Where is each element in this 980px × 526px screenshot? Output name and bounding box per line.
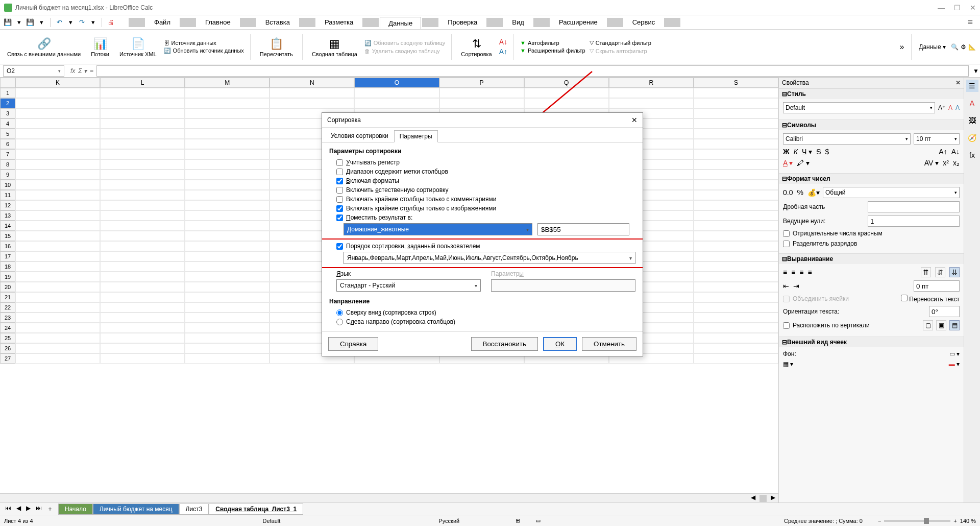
cell[interactable] (15, 292, 100, 302)
highlight-icon[interactable]: 🖍 ▾ (797, 159, 810, 167)
cancel-button[interactable]: Отменить (582, 337, 636, 351)
cell[interactable] (609, 98, 694, 108)
external-data-button[interactable]: 🔗 Связь с внешними данными (4, 37, 84, 57)
menu-layout[interactable]: Разметка (316, 16, 361, 28)
cell[interactable] (185, 200, 270, 210)
cell[interactable] (100, 282, 185, 292)
strikethrough-icon[interactable]: $ (825, 148, 829, 156)
row-header[interactable]: 6 (0, 139, 15, 149)
row-header[interactable]: 5 (0, 129, 15, 139)
row-header[interactable]: 27 (0, 353, 15, 364)
cell[interactable] (15, 118, 100, 129)
cell[interactable] (439, 98, 524, 108)
cell[interactable] (694, 98, 778, 108)
border-color-picker[interactable]: ▬ ▾ (949, 361, 960, 368)
sheet-tab[interactable]: Личный бюджет на месяц (93, 504, 179, 515)
indent-input[interactable] (914, 280, 960, 292)
cell[interactable] (185, 231, 270, 241)
cell[interactable] (694, 118, 778, 129)
cell[interactable] (185, 221, 270, 231)
dropdown-icon[interactable]: ▾ (14, 18, 23, 27)
zoom-out-icon[interactable]: − (878, 518, 881, 524)
row-header[interactable]: 14 (0, 221, 15, 231)
cell[interactable] (185, 302, 270, 313)
cell[interactable] (15, 180, 100, 190)
cell[interactable] (694, 170, 778, 180)
decimal-icon[interactable]: 0.0 (783, 188, 793, 197)
cell[interactable] (185, 343, 270, 353)
cell[interactable] (185, 129, 270, 139)
col-header[interactable]: P (439, 78, 524, 88)
undo-icon[interactable]: ↶ (55, 18, 64, 27)
standard-filter-button[interactable]: ▽Стандартный фильтр (590, 39, 651, 46)
cell[interactable] (185, 272, 270, 282)
cell[interactable] (100, 221, 185, 231)
sort-asc-button[interactable]: A↓ (499, 38, 507, 46)
cell[interactable] (15, 272, 100, 282)
sidebar-tab-properties[interactable]: ☰ (966, 80, 978, 92)
custom-order-checkbox[interactable] (336, 243, 343, 250)
menu-view[interactable]: Вид (504, 16, 532, 28)
cell[interactable] (694, 180, 778, 190)
cell[interactable] (694, 108, 778, 118)
menu-insert[interactable]: Вставка (257, 16, 298, 28)
sidebar-tab-styles[interactable]: A (966, 97, 978, 109)
cell[interactable] (15, 210, 100, 221)
formula-expand-icon[interactable]: ▼ (972, 67, 980, 75)
col-header[interactable]: N (270, 78, 354, 88)
last-sheet-icon[interactable]: ⏭ (34, 505, 44, 513)
col-header[interactable]: K (15, 78, 100, 88)
font-name-select[interactable]: Calibri (783, 133, 911, 145)
col-header[interactable]: M (185, 78, 270, 88)
neg-red-checkbox[interactable] (783, 230, 790, 237)
align-bottom-icon[interactable]: ⇊ (949, 267, 960, 277)
recalc-button[interactable]: 📋 Пересчитать (257, 37, 296, 57)
horizontal-scrollbar[interactable]: ◀▶ (0, 493, 778, 503)
cell[interactable] (100, 353, 185, 364)
cell[interactable] (694, 261, 778, 272)
font-size-select[interactable]: 10 пт (914, 133, 960, 145)
merge-checkbox[interactable] (783, 296, 790, 302)
dropdown-icon[interactable]: ▾ (37, 18, 46, 27)
cell[interactable] (15, 200, 100, 210)
streams-button[interactable]: 📊 Потоки (88, 37, 112, 57)
cell[interactable] (694, 272, 778, 282)
print-icon[interactable]: 🖨 (106, 18, 115, 27)
row-header[interactable]: 19 (0, 272, 15, 282)
selection-mode-icon[interactable]: ▭ (535, 517, 541, 524)
strike-icon[interactable]: S (816, 148, 821, 156)
cell[interactable] (100, 313, 185, 323)
cell[interactable] (694, 88, 778, 98)
cell[interactable] (100, 292, 185, 302)
fraction-input[interactable] (868, 201, 960, 212)
row-header[interactable]: 17 (0, 251, 15, 261)
cell[interactable] (15, 159, 100, 170)
style-icon[interactable]: A (955, 104, 960, 111)
cell[interactable] (694, 343, 778, 353)
cell[interactable] (100, 190, 185, 200)
row-header[interactable]: 4 (0, 118, 15, 129)
comments-cols-checkbox[interactable] (336, 196, 343, 203)
data-source-button[interactable]: 🗄Источник данных (164, 40, 244, 46)
cell[interactable] (524, 98, 609, 108)
row-header[interactable]: 10 (0, 180, 15, 190)
cell[interactable] (185, 88, 270, 98)
cell[interactable] (15, 323, 100, 333)
function-wizard-icon[interactable]: fx (70, 67, 75, 75)
panel-style-title[interactable]: Стиль (779, 89, 964, 99)
cell[interactable] (100, 241, 185, 251)
cell[interactable] (354, 88, 439, 98)
row-header[interactable]: 25 (0, 333, 15, 343)
cell[interactable] (185, 139, 270, 149)
cell[interactable] (694, 241, 778, 251)
cell[interactable] (694, 353, 778, 364)
row-header[interactable]: 3 (0, 108, 15, 118)
cell[interactable] (100, 333, 185, 343)
align-middle-icon[interactable]: ⇵ (935, 267, 945, 277)
leading-zeros-input[interactable] (868, 216, 960, 227)
select-all-corner[interactable] (0, 78, 15, 88)
menu-file[interactable]: Файл (146, 16, 179, 28)
cell[interactable] (15, 251, 100, 261)
cell[interactable] (15, 333, 100, 343)
first-sheet-icon[interactable]: ⏮ (3, 505, 13, 513)
